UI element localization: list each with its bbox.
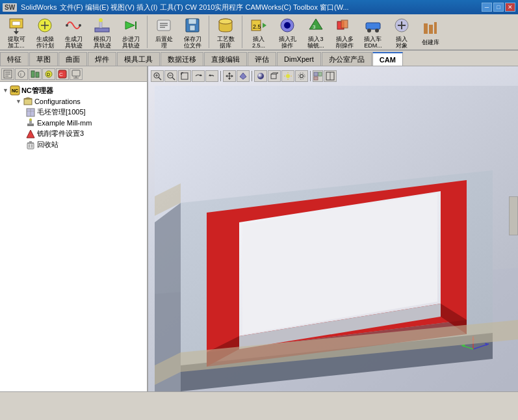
toolbar-insert25[interactable]: 2.5 插入2.5... xyxy=(245,15,272,49)
menu-inline: 文件(F) 编辑(E) 视图(V) 插入(I) 工具(T) CW 2010实用程… xyxy=(60,3,349,12)
tree-node-configurations[interactable]: ▼ Configurations xyxy=(3,96,144,107)
vp-settings[interactable] xyxy=(295,70,308,82)
toolbar-inserthole[interactable]: 插入孔操作 xyxy=(274,15,301,49)
createlibrary-icon xyxy=(420,18,441,39)
tab-surface[interactable]: 曲面 xyxy=(58,52,87,66)
panel-btn-dimxpertmanager[interactable]: D xyxy=(42,68,55,80)
recycle-icon xyxy=(26,140,35,150)
svg-rect-9 xyxy=(95,28,109,32)
insert3axis-label: 插入3轴铣... xyxy=(307,36,324,49)
status-bar xyxy=(0,391,518,407)
toolbar-insert3axis[interactable]: 3 插入3轴铣... xyxy=(302,15,330,49)
vp-sep1 xyxy=(220,71,221,81)
svg-marker-86 xyxy=(226,75,227,77)
tab-dimxpert[interactable]: DimXpert xyxy=(277,52,321,66)
maximize-button[interactable]: □ xyxy=(493,3,504,12)
postprocess-label: 后置处理 xyxy=(155,36,173,49)
svg-rect-103 xyxy=(314,77,318,80)
svg-text:NC: NC xyxy=(12,88,18,93)
vp-shading[interactable] xyxy=(254,70,267,82)
svg-point-45 xyxy=(18,71,25,77)
toolbar-simulate[interactable]: 模拟刀具轨迹 xyxy=(88,15,116,49)
vp-pan[interactable] xyxy=(223,70,236,82)
vp-rotate[interactable] xyxy=(192,70,205,82)
generate-path-label: 生成刀具轨迹 xyxy=(65,36,83,49)
toolbar-save[interactable]: 保存刀位文件 xyxy=(179,15,206,49)
tree-node-recycle[interactable]: 回收站 xyxy=(3,139,144,150)
tab-cam[interactable]: CAM xyxy=(372,52,403,66)
generate-ops-label: 生成操作计划 xyxy=(36,36,54,49)
step-label: 步进刀具轨迹 xyxy=(122,36,140,49)
panel-btn-featuretree[interactable] xyxy=(1,68,14,80)
tree-node-stock[interactable]: 毛坯管理[1005] xyxy=(3,107,144,118)
insert25-icon: 2.5 xyxy=(248,15,269,36)
tree-root-nc[interactable]: ▼ NC NC管理器 xyxy=(3,85,144,96)
tree-node-millsetup-label: 铣削零件设置3 xyxy=(37,129,84,138)
toolbar-insertmulti[interactable]: 插入多削操作 xyxy=(331,15,358,49)
tab-mold[interactable]: 模具工具 xyxy=(117,52,160,66)
vp-light[interactable] xyxy=(281,70,294,82)
panel-btn-configmanager[interactable] xyxy=(29,68,42,80)
vp-undo[interactable] xyxy=(205,70,218,82)
vp-fit[interactable] xyxy=(178,70,191,82)
insert25-label: 插入2.5... xyxy=(252,36,265,49)
svg-text:D: D xyxy=(47,72,50,77)
vp-zoom-in[interactable] xyxy=(151,70,164,82)
panel-btn-display[interactable] xyxy=(70,68,83,80)
svg-rect-58 xyxy=(24,99,32,105)
vp-display1[interactable] xyxy=(237,70,250,82)
tree-node-examplemill[interactable]: Example Mill-mm xyxy=(3,118,144,128)
simulate-icon xyxy=(92,15,112,36)
toolbar-generate-ops[interactable]: 生成操作计划 xyxy=(31,15,58,49)
vp-zoom-out[interactable] xyxy=(164,70,177,82)
viewport-toolbar xyxy=(151,69,515,83)
toolbar-extract[interactable]: 提取可加工... xyxy=(3,15,30,49)
toolbar-insertcar[interactable]: 插入车EDM... xyxy=(359,15,387,49)
examplemill-icon xyxy=(26,118,35,127)
svg-line-73 xyxy=(159,77,161,80)
tab-office[interactable]: 办公室产品 xyxy=(322,52,372,66)
svg-marker-85 xyxy=(228,78,231,80)
close-button[interactable]: ✕ xyxy=(505,3,515,12)
toolbar-sep1 xyxy=(147,16,148,48)
tree-node-recycle-label: 回收站 xyxy=(37,140,58,150)
toolbar-step[interactable]: 步进刀具轨迹 xyxy=(117,15,144,49)
scroll-handle[interactable] xyxy=(509,196,518,235)
svg-rect-19 xyxy=(188,19,196,24)
3d-model xyxy=(155,86,518,391)
tab-directedit[interactable]: 直接编辑 xyxy=(204,52,247,66)
svg-point-89 xyxy=(257,73,264,79)
svg-marker-83 xyxy=(209,74,211,76)
tree-node-millsetup[interactable]: 铣削零件设置3 xyxy=(3,128,144,139)
panel-btn-camtree[interactable]: C xyxy=(56,68,69,80)
vp-view1[interactable] xyxy=(313,70,323,82)
toolbar-generate-path[interactable]: 生成刀具轨迹 xyxy=(60,15,87,49)
svg-point-34 xyxy=(375,29,379,33)
insertmulti-label: 插入多削操作 xyxy=(336,36,354,49)
tab-features[interactable]: 特征 xyxy=(0,52,29,66)
vp-sep3 xyxy=(310,71,311,81)
toolbar-insert[interactable]: 插入对象 xyxy=(388,15,415,49)
toolbar-createlibrary[interactable]: 创建库 xyxy=(417,18,444,46)
svg-marker-12 xyxy=(125,21,135,29)
svg-point-22 xyxy=(219,19,232,24)
svg-marker-84 xyxy=(228,72,231,74)
tab-weld[interactable]: 焊件 xyxy=(88,52,116,66)
tab-evaluate[interactable]: 评估 xyxy=(248,52,276,66)
panel-btn-propertymanager[interactable]: i xyxy=(15,68,28,80)
toolbar-database[interactable]: 工艺数据库 xyxy=(212,15,239,49)
toolbar-postprocess[interactable]: 后置处理 xyxy=(150,15,177,49)
vp-wireframe[interactable] xyxy=(268,70,281,82)
tabs-row: 特征 草图 曲面 焊件 模具工具 数据迁移 直接编辑 评估 DimXpert 办… xyxy=(0,51,518,66)
svg-point-65 xyxy=(29,118,32,121)
minimize-button[interactable]: ─ xyxy=(482,3,492,12)
vp-view2[interactable] xyxy=(324,70,337,82)
generate-path-icon xyxy=(63,15,84,36)
svg-marker-3 xyxy=(14,31,19,34)
tab-sketch[interactable]: 草图 xyxy=(29,52,58,66)
svg-text:2.5: 2.5 xyxy=(253,23,261,30)
svg-point-8 xyxy=(79,24,81,27)
svg-rect-32 xyxy=(366,23,380,29)
save-icon xyxy=(182,15,203,36)
tab-datamigration[interactable]: 数据迁移 xyxy=(161,52,203,66)
